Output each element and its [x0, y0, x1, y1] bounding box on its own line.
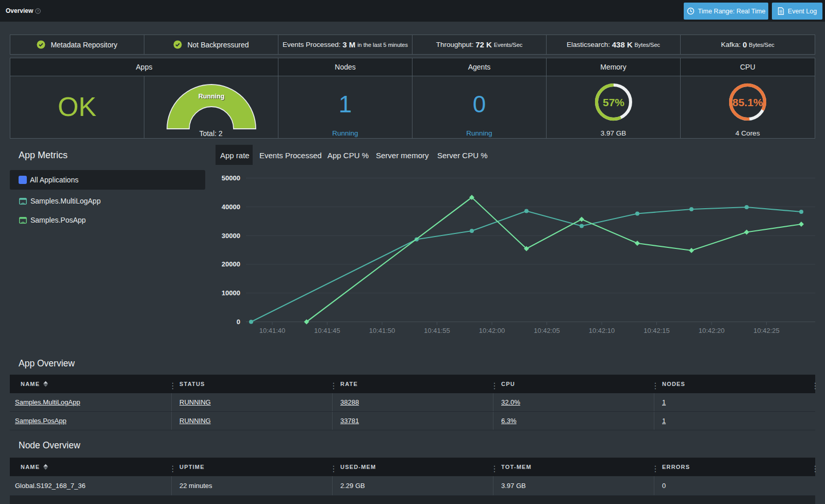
- svg-text:Running: Running: [199, 93, 225, 100]
- svg-text:10:42:10: 10:42:10: [589, 327, 615, 334]
- svg-text:10:42:20: 10:42:20: [699, 327, 725, 334]
- svg-text:30000: 30000: [222, 232, 240, 240]
- svg-text:10:42:05: 10:42:05: [534, 327, 560, 334]
- svg-text:10000: 10000: [222, 289, 240, 297]
- svg-text:10:41:45: 10:41:45: [314, 327, 340, 334]
- svg-text:50000: 50000: [222, 174, 240, 182]
- svg-text:10:41:55: 10:41:55: [424, 327, 450, 334]
- svg-text:?: ?: [37, 9, 39, 13]
- svg-text:20000: 20000: [222, 260, 240, 268]
- svg-text:10:42:15: 10:42:15: [644, 327, 670, 334]
- svg-text:57%: 57%: [603, 96, 624, 108]
- svg-text:10:41:40: 10:41:40: [259, 327, 286, 334]
- svg-text:10:42:25: 10:42:25: [753, 327, 780, 334]
- svg-text:40000: 40000: [222, 203, 240, 211]
- svg-text:0: 0: [237, 318, 240, 326]
- svg-text:85.1%: 85.1%: [732, 96, 763, 108]
- svg-text:10:41:50: 10:41:50: [369, 327, 395, 334]
- svg-text:10:42:00: 10:42:00: [479, 327, 505, 334]
